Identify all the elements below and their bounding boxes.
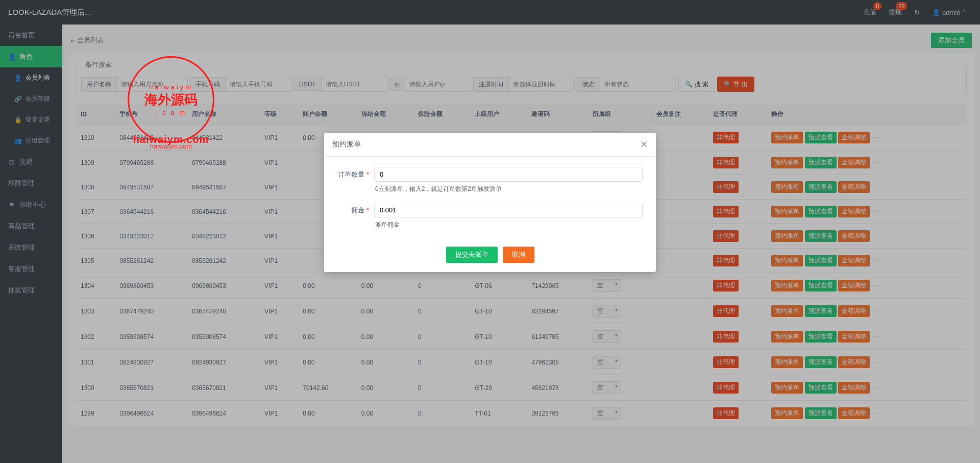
qty-input[interactable] [374, 167, 643, 182]
qty-label: 订单数量 [338, 170, 364, 178]
fee-input[interactable] [374, 203, 643, 217]
fee-hint: 派单佣金 [374, 217, 643, 235]
qty-hint: 0立刻派单，输入2，就是订单数第2单触发派单 [374, 182, 643, 200]
modal-title: 预约派单 [332, 140, 361, 149]
submit-button[interactable]: 提交去派单 [446, 247, 498, 263]
close-icon[interactable]: ✕ [640, 139, 648, 150]
modal-overlay[interactable]: 预约派单 ✕ 订单数量 * 0立刻派单，输入2，就是订单数第2单触发派单 佣金 … [0, 0, 980, 463]
fee-label: 佣金 [351, 206, 364, 214]
cancel-button[interactable]: 取消 [503, 247, 534, 263]
dispatch-modal: 预约派单 ✕ 订单数量 * 0立刻派单，输入2，就是订单数第2单触发派单 佣金 … [324, 133, 656, 272]
